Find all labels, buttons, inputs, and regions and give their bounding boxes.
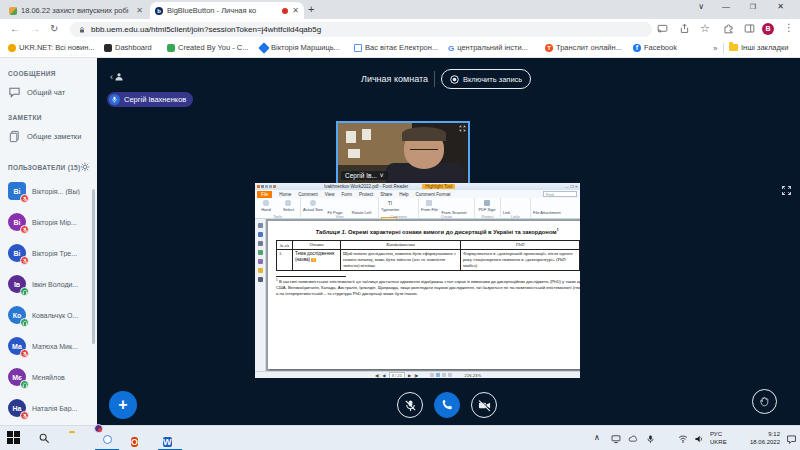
profile-avatar[interactable]: B (762, 23, 774, 35)
bookmark-central-institute[interactable]: Gцентральний інсти... (448, 43, 528, 52)
forward-button[interactable]: → (30, 23, 40, 34)
webcam-toggle-button[interactable] (471, 392, 497, 418)
bookmark-marshyts[interactable]: Вікторія Маршиць... (260, 43, 340, 52)
bookmark-star-icon[interactable]: ☆ (700, 22, 710, 35)
active-talker-pill[interactable]: Сергій Івахненков (107, 92, 193, 107)
address-bar[interactable]: bbb.uem.edu.ua/html5client/join?sessionT… (70, 22, 652, 37)
user-row[interactable]: На Наталія Бар... (8, 397, 92, 419)
tray-expand-chevron[interactable]: ∧ (594, 433, 600, 442)
foxit-tab-comment-format[interactable]: Comment Format (416, 192, 451, 197)
sidebar-scrollbar[interactable] (92, 189, 95, 344)
highlight-tool-context-tab[interactable]: Highlight Tool (422, 184, 455, 189)
manage-users-gear-icon[interactable] (80, 162, 90, 172)
comment-panel-icon[interactable] (258, 241, 263, 246)
foxit-tab-home[interactable]: Home (279, 192, 291, 197)
office-taskbar-icon[interactable]: O (131, 431, 138, 449)
attachment-icon[interactable] (258, 259, 263, 264)
foxit-tab-share[interactable]: Share (380, 192, 392, 197)
page-nav-box[interactable]: 3 / 21 (389, 372, 405, 379)
tab-meeting-schedule[interactable]: 18.06.22 захист випускних робі ✕ (4, 2, 148, 19)
other-bookmarks-folder[interactable]: Інші закладки (729, 43, 788, 52)
webcam-video[interactable]: Сергій Ів...˅ (336, 121, 470, 185)
bookmarks-overflow-chevron[interactable]: » (713, 44, 717, 53)
user-row[interactable]: Ві Вікторія... (Вы) (8, 180, 92, 202)
mute-toggle-button[interactable] (397, 392, 423, 418)
foxit-tab-comment[interactable]: Comment (298, 192, 318, 197)
volume-icon[interactable] (694, 434, 704, 444)
browser-menu-icon[interactable]: ⋮ (784, 22, 794, 33)
tab-bigbluebutton[interactable]: b BigBlueButton - Личная ко ✕ (150, 2, 304, 19)
foxit-tab-help[interactable]: Help (399, 192, 408, 197)
share-icon[interactable] (679, 23, 690, 34)
foxit-find-box[interactable]: Find (543, 191, 577, 197)
extensions-puzzle-icon[interactable] (723, 23, 734, 34)
bookmark-electron[interactable]: Вас вітає Електрон... (354, 43, 438, 52)
foxit-left-toolbar[interactable] (255, 219, 266, 371)
pages-panel-icon[interactable] (258, 232, 263, 237)
select-tool-button[interactable]: Select (279, 199, 297, 212)
typewriter-button[interactable]: TITypewriter (381, 199, 399, 212)
hand-tool-button[interactable]: Hand (257, 199, 275, 212)
pdf-sign-button[interactable]: PDF Sign (477, 199, 497, 212)
bookmark-created-by-you[interactable]: Created By You - C... (167, 43, 248, 52)
bookmark-dashboard[interactable]: Dashboard (104, 43, 152, 52)
prev-page-icon[interactable]: ◀ (382, 373, 385, 378)
tray-mic-icon[interactable] (646, 434, 655, 444)
video-name-tag[interactable]: Сергій Ів...˅ (341, 171, 388, 180)
signature-icon[interactable] (258, 277, 263, 282)
security-lock-icon[interactable] (258, 268, 263, 273)
user-row[interactable]: Ів Івкін Володи... (8, 273, 92, 295)
from-file-button[interactable]: From File (421, 199, 437, 212)
foxit-tab-file[interactable]: File (257, 191, 272, 198)
file-attachment-button[interactable]: File Attachment (533, 210, 561, 215)
bookmark-ukrnet[interactable]: UKR.NET: Всі новин... (8, 43, 95, 52)
public-chat-item[interactable]: Общий чат (8, 86, 65, 99)
foxit-window-controls[interactable]: — ❐ ✕ (565, 184, 578, 189)
language-indicator[interactable]: РУСUKRE (710, 430, 727, 447)
user-row[interactable]: Ма Матюха Мик... (8, 335, 92, 357)
shared-notes-item[interactable]: Общие заметки (8, 130, 81, 143)
taskbar-clock[interactable]: 9:1218.06.2022 (736, 430, 780, 447)
window-close-button[interactable]: ✕ (777, 2, 784, 11)
raise-hand-button[interactable] (752, 389, 777, 414)
leave-audio-button[interactable] (434, 392, 460, 418)
side-panel-icon[interactable] (744, 23, 755, 34)
actions-plus-button[interactable]: + (109, 391, 137, 419)
status-zoom-level[interactable]: 226.23% (465, 373, 482, 378)
wifi-icon[interactable] (678, 434, 688, 444)
taskbar-search-icon[interactable] (38, 432, 50, 444)
user-row[interactable]: Мє Мєняйлов (8, 366, 92, 388)
hide-userlist-button[interactable]: ‹ (110, 72, 124, 82)
start-button[interactable] (7, 431, 20, 444)
reload-button[interactable]: ↻ (50, 23, 58, 34)
back-button[interactable]: ← (10, 23, 20, 34)
last-page-icon[interactable]: |▶ (414, 373, 418, 378)
video-fullscreen-icon[interactable] (459, 125, 466, 132)
first-page-icon[interactable]: ◀| (375, 373, 379, 378)
next-page-icon[interactable]: ▶ (408, 373, 411, 378)
bookmark-panel-icon[interactable] (258, 223, 263, 228)
foxit-document-view[interactable]: Таблиця 1. Окремі характерні ознаки вимо… (266, 219, 580, 371)
action-center-icon[interactable] (786, 434, 797, 445)
foxit-tab-view[interactable]: View (325, 192, 335, 197)
foxit-tab-protect[interactable]: Protect (359, 192, 373, 197)
tab2-close-icon[interactable]: ✕ (292, 6, 299, 15)
start-recording-button[interactable]: Включить запись (441, 69, 531, 89)
new-tab-button[interactable]: + (308, 3, 314, 15)
word-taskbar-icon[interactable]: W (163, 431, 172, 449)
bookmark-facebook[interactable]: fFacebook (633, 43, 677, 52)
tab-search-chevron-icon[interactable]: ∨ (698, 2, 704, 11)
window-minimize-button[interactable]: — (722, 2, 730, 11)
tab1-close-icon[interactable]: ✕ (136, 6, 143, 15)
actual-size-button[interactable]: Actual Size (303, 199, 323, 212)
window-restore-button[interactable]: ❐ (750, 3, 756, 11)
cast-icon[interactable] (657, 23, 668, 34)
user-row[interactable]: Ві Вікторія Мір... (8, 211, 92, 233)
annotation-icon[interactable] (258, 250, 263, 255)
presentation-fullscreen-icon[interactable] (781, 185, 792, 196)
user-row[interactable]: Ко Ковальчук О... (8, 304, 92, 326)
user-row[interactable]: Ві Вікторія Тре... (8, 242, 92, 264)
view-mode-icons[interactable] (430, 373, 452, 377)
tray-display-icon[interactable] (611, 434, 621, 444)
onedrive-cloud-icon[interactable] (628, 434, 638, 444)
